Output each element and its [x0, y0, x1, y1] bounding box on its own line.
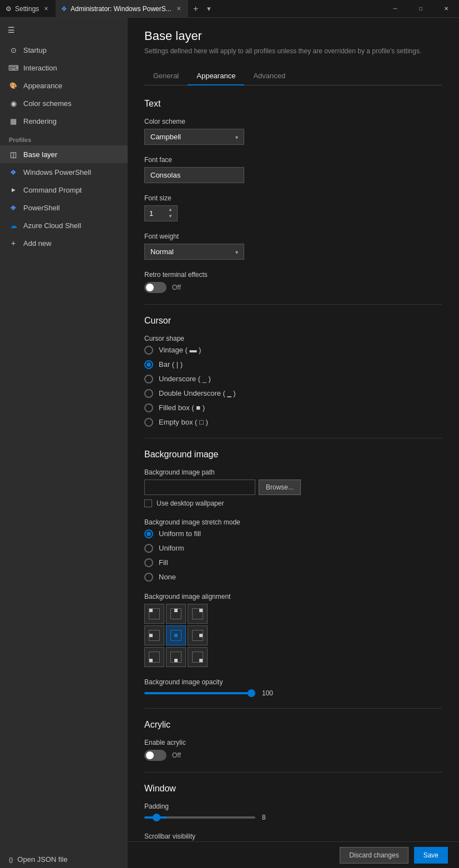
color-scheme-value: Campbell: [150, 133, 181, 141]
minimize-button[interactable]: ─: [382, 0, 408, 18]
rendering-icon: [9, 117, 18, 125]
menu-button[interactable]: ☰: [0, 21, 22, 39]
tab-general[interactable]: General: [144, 67, 188, 85]
sidebar-item-azure[interactable]: Azure Cloud Shell: [0, 216, 128, 234]
sidebar-interaction-label: Interaction: [23, 64, 57, 72]
stretch-uniform[interactable]: Uniform: [144, 544, 442, 553]
settings-icon: ⚙: [6, 5, 12, 13]
color-scheme-field: Color scheme Campbell: [144, 118, 442, 145]
open-json-label: Open JSON file: [17, 855, 67, 864]
retro-effects-toggle[interactable]: [144, 282, 167, 293]
stretch-uniform-fill-label: Uniform to fill: [159, 529, 201, 538]
alignment-label: Background image alignment: [144, 593, 442, 600]
bottom-bar: Discard changes Save: [128, 841, 459, 868]
font-weight-label: Font weight: [144, 233, 442, 240]
padding-value: 8: [262, 814, 266, 821]
bg-path-input[interactable]: [144, 480, 255, 495]
cursor-vintage-radio[interactable]: [144, 346, 153, 355]
cursor-empty-box[interactable]: Empty box ( □ ): [144, 418, 442, 427]
open-json-button[interactable]: Open JSON file: [0, 851, 128, 868]
sidebar-item-ps[interactable]: PowerShell: [0, 199, 128, 216]
cursor-double-underscore-radio[interactable]: [144, 389, 153, 398]
save-button[interactable]: Save: [414, 847, 448, 864]
cursor-bar-radio[interactable]: [144, 360, 153, 369]
sidebar-item-rendering[interactable]: Rendering: [0, 112, 128, 130]
cursor-vintage[interactable]: Vintage ( ▬ ): [144, 346, 442, 355]
discard-changes-button[interactable]: Discard changes: [340, 847, 408, 864]
sidebar-baselayer-label: Base layer: [23, 150, 57, 159]
cursor-underscore-radio[interactable]: [144, 375, 153, 383]
cursor-double-underscore[interactable]: Double Underscore ( ‗ ): [144, 389, 442, 398]
cursor-filled-box-radio[interactable]: [144, 403, 153, 412]
wallpaper-checkbox[interactable]: [144, 499, 152, 507]
text-section-heading: Text: [144, 99, 442, 109]
tab-advanced[interactable]: Advanced: [244, 67, 294, 85]
opacity-slider[interactable]: [144, 692, 255, 694]
padding-slider[interactable]: [144, 816, 255, 819]
sidebar-item-winps[interactable]: Windows PowerShell: [0, 163, 128, 181]
content-tabs: General Appearance Advanced: [144, 67, 442, 85]
settings-tab[interactable]: ⚙ Settings ✕: [0, 0, 56, 17]
sidebar-appearance-label: Appearance: [23, 82, 62, 90]
align-middle-center[interactable]: [166, 625, 186, 645]
align-bottom-right[interactable]: [188, 647, 208, 667]
close-button[interactable]: ✕: [433, 0, 459, 18]
color-scheme-dropdown[interactable]: Campbell: [144, 129, 244, 145]
profiles-section-label: Profiles: [0, 130, 128, 145]
align-bottom-center[interactable]: [166, 647, 186, 667]
align-bottom-left[interactable]: [144, 647, 164, 667]
cursor-underscore[interactable]: Underscore ( _ ): [144, 375, 442, 383]
cursor-shape-label: Cursor shape: [144, 335, 442, 342]
maximize-button[interactable]: □: [408, 0, 433, 18]
align-middle-right[interactable]: [188, 625, 208, 645]
align-middle-left[interactable]: [144, 625, 164, 645]
new-tab-button[interactable]: +: [188, 1, 204, 17]
cursor-filled-box[interactable]: Filled box ( ■ ): [144, 403, 442, 412]
sidebar-ps-label: PowerShell: [23, 204, 60, 212]
acrylic-toggle[interactable]: [144, 750, 167, 761]
tab-appearance[interactable]: Appearance: [188, 67, 244, 85]
stretch-uniform-label: Uniform: [159, 544, 184, 552]
add-new-button[interactable]: Add new: [0, 234, 128, 252]
sidebar-item-interaction[interactable]: Interaction: [0, 59, 128, 77]
align-top-left[interactable]: [144, 604, 164, 624]
winps-icon: [9, 168, 18, 176]
stretch-fill[interactable]: Fill: [144, 558, 442, 567]
align-top-center[interactable]: [166, 604, 186, 624]
tab-dropdown-button[interactable]: ▾: [204, 1, 215, 17]
cursor-bar[interactable]: Bar ( | ): [144, 360, 442, 369]
sidebar-item-startup[interactable]: Startup: [0, 41, 128, 59]
powershell-tab[interactable]: ❖ Administrator: Windows PowerS... ✕: [56, 0, 188, 17]
font-size-input[interactable]: [145, 206, 166, 221]
wallpaper-label: Use desktop wallpaper: [157, 499, 224, 507]
sidebar-startup-label: Startup: [23, 46, 47, 54]
sidebar-azure-label: Azure Cloud Shell: [23, 221, 81, 230]
stretch-uniform-radio[interactable]: [144, 544, 153, 553]
stretch-uniform-fill[interactable]: Uniform to fill: [144, 529, 442, 538]
divider-1: [144, 304, 442, 305]
font-size-up[interactable]: ▲: [166, 206, 175, 213]
powershell-tab-close[interactable]: ✕: [175, 5, 183, 13]
cursor-bar-dot: [147, 362, 151, 367]
sidebar-item-cmdprompt[interactable]: Command Prompt: [0, 181, 128, 199]
settings-tab-label: Settings: [15, 5, 39, 13]
retro-effects-state: Off: [172, 284, 181, 291]
font-face-input[interactable]: [144, 167, 244, 183]
cursor-empty-box-radio[interactable]: [144, 418, 153, 427]
colorscheme-icon: [9, 99, 18, 108]
stretch-none[interactable]: None: [144, 573, 442, 582]
sidebar-item-baselayer[interactable]: Base layer: [0, 145, 128, 163]
stretch-uniform-fill-radio[interactable]: [144, 529, 153, 538]
sidebar-item-appearance[interactable]: Appearance: [0, 77, 128, 94]
font-size-down[interactable]: ▼: [166, 213, 175, 220]
settings-tab-close[interactable]: ✕: [42, 5, 50, 13]
divider-2: [144, 438, 442, 438]
acrylic-state: Off: [172, 751, 181, 759]
align-top-right[interactable]: [188, 604, 208, 624]
stretch-none-radio[interactable]: [144, 573, 153, 582]
browse-button[interactable]: Browse...: [259, 480, 301, 495]
stretch-fill-radio[interactable]: [144, 558, 153, 567]
sidebar-item-colorschemes[interactable]: Color schemes: [0, 94, 128, 112]
padding-label: Padding: [144, 803, 442, 810]
font-weight-dropdown[interactable]: Normal: [144, 244, 244, 260]
